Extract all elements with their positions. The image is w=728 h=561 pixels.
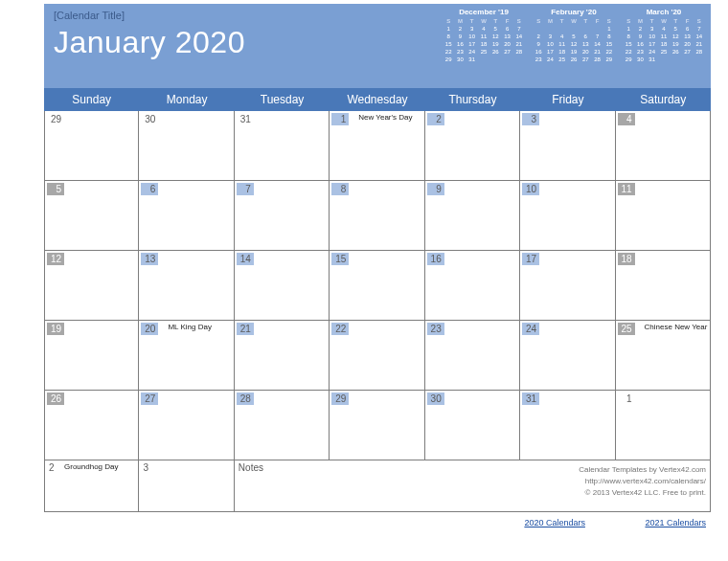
mini-day: 10 [647, 33, 658, 40]
day-number: 27 [141, 393, 158, 405]
mini-day: 6 [501, 25, 512, 33]
mini-day: 16 [454, 40, 466, 48]
mini-dow: W [478, 17, 489, 25]
mini-calendars: December '19SMTWTFS123456789101112131415… [443, 8, 705, 63]
mini-day: 22 [603, 48, 615, 56]
mini-day: 23 [533, 56, 544, 63]
notes-label: Notes [239, 462, 263, 473]
notes-area: Notes Calendar Templates by Vertex42.com… [235, 460, 711, 512]
mini-day: 6 [580, 33, 591, 40]
day-cell: 14 [235, 251, 330, 321]
day-number: 29 [47, 113, 64, 125]
mini-day: 16 [634, 40, 646, 48]
link-2021-calendars[interactable]: 2021 Calendars [645, 518, 706, 527]
day-event: New Year's Day [358, 113, 412, 122]
day-cell: 30 [425, 391, 520, 460]
mini-dow: T [670, 17, 681, 25]
mini-day: 28 [513, 48, 525, 56]
day-cell: 23 [425, 321, 520, 391]
day-cell: 21 [235, 321, 330, 391]
mini-day: 7 [694, 25, 705, 33]
day-number: 10 [522, 183, 539, 195]
mini-day: 13 [580, 40, 591, 48]
mini-dow: T [647, 17, 658, 25]
overflow-cell: 3 [139, 460, 234, 512]
mini-day: 8 [603, 33, 615, 40]
mini-day: 25 [478, 48, 489, 56]
day-cell: 2 [425, 111, 520, 181]
mini-day: 22 [623, 48, 634, 56]
mini-calendar-title: March '20 [623, 8, 705, 16]
day-event: Groundhog Day [64, 462, 118, 471]
mini-day: 27 [501, 48, 512, 56]
mini-day: 1 [443, 25, 454, 33]
day-cell: 31 [520, 391, 615, 460]
mini-day: 18 [658, 40, 670, 48]
mini-dow: T [557, 17, 568, 25]
week-row: 2627282930311 [44, 391, 711, 460]
mini-day: 10 [544, 40, 556, 48]
credits-line: © 2013 Vertex42 LLC. Free to print. [579, 487, 706, 499]
day-number: 3 [522, 113, 539, 125]
day-header: Tuesday [235, 88, 330, 111]
day-cell: 29 [330, 391, 424, 460]
mini-day: 2 [634, 25, 646, 33]
mini-day: 9 [454, 33, 466, 40]
mini-day: 7 [591, 33, 603, 40]
mini-day: 17 [544, 48, 556, 56]
day-number: 1 [618, 393, 635, 405]
mini-day: 26 [670, 48, 681, 56]
mini-day: 31 [466, 56, 478, 63]
day-cell: 1New Year's Day [330, 111, 424, 181]
mini-day: 24 [647, 48, 658, 56]
day-number: 26 [47, 393, 64, 405]
mini-day: 4 [658, 25, 670, 33]
link-2020-calendars[interactable]: 2020 Calendars [524, 518, 585, 527]
day-event: ML King Day [168, 323, 212, 331]
day-cell: 24 [520, 321, 615, 391]
day-number: 31 [522, 393, 539, 405]
day-cell: 22 [330, 321, 424, 391]
mini-dow: W [658, 17, 670, 25]
mini-day: 2 [533, 33, 544, 40]
day-number: 3 [143, 462, 148, 473]
week-row: 567891011 [44, 181, 711, 251]
day-number: 1 [331, 113, 349, 125]
mini-day: 23 [634, 48, 646, 56]
mini-day: 9 [533, 40, 544, 48]
mini-day: 23 [454, 48, 466, 56]
calendar-header: [Calendar Title] January 2020 December '… [44, 4, 711, 88]
mini-day: 26 [489, 48, 501, 56]
mini-dow: S [623, 17, 634, 25]
mini-dow: S [513, 17, 525, 25]
day-number: 20 [141, 323, 158, 335]
day-number: 11 [618, 183, 635, 195]
mini-day: 12 [489, 33, 501, 40]
day-cell: 5 [44, 181, 139, 251]
mini-day: 17 [647, 40, 658, 48]
mini-calendar: February '20SMTWTFS 12345678910111213141… [533, 8, 615, 63]
day-number: 13 [141, 253, 158, 265]
mini-dow: F [501, 17, 512, 25]
mini-day: 8 [623, 33, 634, 40]
mini-day: 28 [591, 56, 603, 63]
mini-day: 5 [568, 33, 580, 40]
mini-dow: S [603, 17, 615, 25]
mini-day: 18 [478, 40, 489, 48]
mini-day: 14 [591, 40, 603, 48]
mini-dow: S [443, 17, 454, 25]
mini-day: 8 [443, 33, 454, 40]
mini-day: 11 [658, 33, 670, 40]
mini-calendar: March '20SMTWTFS123456789101112131415161… [623, 8, 705, 63]
day-cell: 30 [139, 111, 234, 181]
mini-calendar-title: December '19 [443, 8, 525, 16]
mini-day: 21 [513, 40, 525, 48]
mini-day: 26 [568, 56, 580, 63]
mini-day: 5 [489, 25, 501, 33]
mini-day: 4 [557, 33, 568, 40]
day-cell: 19 [44, 321, 139, 391]
day-header: Wednesday [330, 88, 424, 111]
mini-day: 20 [681, 40, 693, 48]
day-cell: 13 [139, 251, 234, 321]
day-cell: 27 [139, 391, 234, 460]
